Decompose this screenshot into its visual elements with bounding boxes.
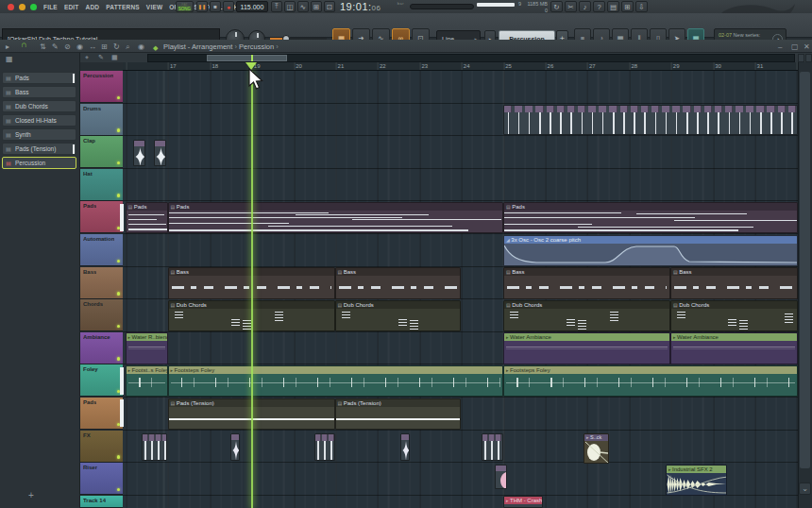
playlist-breadcrumb[interactable]: Percussion [239, 42, 274, 51]
wait-for-input-icon[interactable]: ∿ [297, 1, 309, 12]
lane-clap[interactable] [123, 136, 798, 169]
track-header-foley[interactable]: Foley [80, 364, 123, 397]
clip-bass-3[interactable]: ▤Bass [503, 267, 670, 299]
playlist-titlebar[interactable]: ▸ ∩ ⇅ ✎ ⊘ ◉ ↔ ⊞ ↻ ⌕ ◉ ◆ Playlist - Arran… [0, 40, 812, 53]
lane-hat[interactable] [123, 169, 798, 202]
lane-fx[interactable] [123, 431, 798, 464]
clip-fx-hit-2[interactable] [230, 433, 240, 461]
clip-riser-hit[interactable] [495, 465, 507, 489]
clip-pads-3[interactable]: ▤Pads [503, 202, 798, 234]
clip-fx-stick[interactable]: ▸S..ck [584, 433, 609, 464]
mute-tool-icon[interactable]: ⊘ [64, 42, 71, 51]
clip-water-ambience-1[interactable]: ▸Water R..bience [126, 332, 168, 364]
clip-thm-crash[interactable]: ▸THM - Crash 10 [503, 496, 543, 508]
clip-pads-1[interactable]: ▤Pads [126, 202, 168, 234]
stop-button[interactable]: ■ [210, 1, 221, 12]
clip-fx-hits-5[interactable] [482, 433, 503, 461]
clip-automation[interactable]: ◢3x Osc - Osc 2 coarse pitch [503, 235, 798, 267]
picker-item-closed-hi-hats[interactable]: ▤Closed Hi-Hats [2, 114, 76, 127]
vertical-scrollbar-thumb[interactable] [800, 72, 810, 468]
metronome-icon[interactable]: ◫ [284, 1, 296, 12]
clip-dub-chords-2[interactable]: ▤Dub Chords [335, 300, 461, 332]
track-header-track-14[interactable]: Track 14 [80, 496, 123, 508]
track-mute-led[interactable] [117, 96, 121, 100]
track-header-automation[interactable]: Automation [80, 234, 123, 266]
track-mute-led[interactable] [117, 357, 121, 361]
preview-tool-icon[interactable]: ◉ [138, 42, 144, 51]
edison-mic-icon[interactable]: ♪ [579, 1, 591, 12]
clip-pads-2[interactable]: ▤Pads [168, 202, 503, 234]
crosshair-icon[interactable]: ⌖ [85, 53, 89, 61]
menu-patterns[interactable]: PATTERNS [106, 4, 140, 10]
playback-tool-icon[interactable]: ◉ [76, 42, 83, 51]
track-header-fx[interactable]: FX [80, 431, 123, 463]
picker-item-bass[interactable]: ▤Bass [2, 86, 76, 98]
clip-dub-chords-4[interactable]: ▤Dub Chords [670, 300, 798, 332]
navigator-viewport[interactable] [207, 55, 287, 61]
clip-footsteps-foley-1[interactable]: ▸Footst..s Foley [126, 365, 168, 398]
save-icon[interactable]: ▤ [607, 1, 619, 12]
undo-icon[interactable]: ↻ [550, 1, 563, 12]
maximize-window-icon[interactable]: ▢ [791, 42, 799, 51]
track-header-drums[interactable]: Drums [80, 104, 123, 136]
pause-button[interactable]: ❚❚ [196, 1, 208, 12]
track-header-bass[interactable]: Bass [80, 267, 123, 299]
track-mute-led[interactable] [117, 292, 121, 296]
pencil-tool-icon[interactable]: ✎ [52, 42, 59, 51]
pencil-icon[interactable]: ✎ [98, 53, 104, 61]
track-header-chords[interactable]: Chords [80, 299, 123, 331]
tempo-display[interactable]: 115.000 [236, 1, 268, 12]
clip-fx-hits-1[interactable] [142, 433, 167, 461]
loop-record-icon[interactable]: ⊡ [324, 1, 335, 12]
clip-bass-4[interactable]: ▤Bass [670, 267, 798, 299]
track-mute-led[interactable] [117, 260, 121, 263]
track-mute-led[interactable] [117, 194, 121, 197]
lane-track-14[interactable] [123, 496, 798, 508]
track-header-pads[interactable]: Pads [80, 201, 123, 233]
clip-footsteps-foley-3[interactable]: ▸Footsteps Foley [503, 365, 798, 398]
track-header-clap[interactable]: Clap [80, 136, 123, 168]
close-window-icon[interactable]: ✕ [804, 42, 810, 51]
clip-bass-2[interactable]: ▤Bass [335, 267, 461, 299]
clip-water-ambiance-2[interactable]: ▸Water Ambiance [503, 332, 670, 364]
zoom-tool-icon[interactable]: ⌕ [126, 42, 129, 51]
track-header-ambiance[interactable]: Ambiance [80, 332, 123, 364]
clip-fx-hits-3[interactable] [314, 433, 335, 461]
record-button[interactable]: ● [223, 1, 234, 12]
lane-percussion[interactable] [123, 71, 798, 104]
track-mute-led[interactable] [117, 128, 121, 132]
picker-piano-icon[interactable]: ▦ [6, 55, 13, 63]
playlist-navigator[interactable] [147, 54, 795, 62]
picker-item-synth[interactable]: ▤Synth [2, 128, 76, 141]
save-new-version-icon[interactable]: ⊞ [621, 1, 634, 12]
navigator-option-button-2[interactable] [805, 54, 812, 62]
playlist-grid[interactable]: ▤Pads ▤Pads ▤Pads ◢3 [123, 71, 798, 508]
clip-water-ambiance-3[interactable]: ▸Water Ambiance [670, 332, 798, 364]
song-mode-toggle[interactable]: PAT SONG [176, 1, 194, 12]
clip-footsteps-foley-2[interactable]: ▸Footsteps Foley [168, 365, 503, 398]
track-mute-led[interactable] [117, 161, 121, 165]
typing-to-piano-icon[interactable]: ⤒ [271, 1, 282, 12]
time-display[interactable]: 19:01:06 bar [340, 1, 406, 12]
minimize-traffic-light[interactable] [19, 4, 25, 10]
picker-item-percussion[interactable]: ▤Percussion [2, 157, 76, 169]
minimize-window-icon[interactable]: – [778, 42, 782, 51]
countdown-icon[interactable]: ⊞ [311, 1, 322, 12]
clip-pads-tension-2[interactable]: ▤Pads (Tension) [335, 398, 461, 431]
stretch-tool-icon[interactable]: ↔ [89, 42, 96, 51]
cut-icon[interactable]: ✂ [565, 1, 577, 12]
navigator-option-button-1[interactable] [798, 54, 804, 62]
export-icon[interactable]: ⇩ [635, 1, 648, 12]
track-mute-led[interactable] [117, 455, 121, 459]
track-header-riser[interactable]: Riser [80, 463, 123, 495]
clip-kick-slices[interactable] [503, 105, 798, 136]
clip-fx-hit-4[interactable] [400, 433, 410, 461]
track-header-pads-2[interactable]: Pads [80, 398, 123, 430]
clip-clap-2[interactable] [154, 140, 166, 166]
menu-edit[interactable]: EDIT [64, 4, 79, 10]
track-mute-led[interactable] [117, 488, 121, 492]
track-header-hat[interactable]: Hat [80, 169, 123, 201]
zoom-traffic-light[interactable] [30, 4, 37, 10]
scroll-down-button[interactable]: ⌄ [799, 483, 811, 495]
clip-clap-1[interactable] [133, 140, 145, 166]
